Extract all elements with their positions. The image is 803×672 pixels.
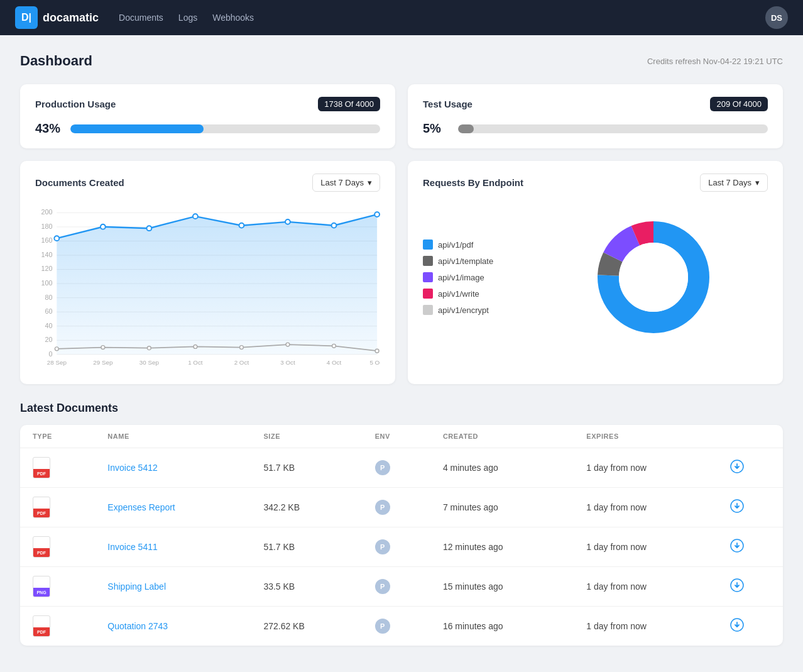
doc-link[interactable]: Quotation 2743: [107, 621, 168, 631]
col-created: CREATED: [430, 425, 574, 448]
cell-expires: 1 day from now: [574, 448, 717, 488]
test-usage-header: Test Usage 209 Of 4000: [423, 97, 768, 111]
cell-action: [718, 448, 783, 488]
documents-created-header: Documents Created Last 7 Days ▾: [35, 174, 380, 192]
cell-name: Invoice 5411: [95, 527, 251, 567]
cell-expires: 1 day from now: [574, 567, 717, 607]
svg-text:29 Sep: 29 Sep: [93, 360, 113, 366]
main-content: Dashboard Credits refresh Nov-04-22 19:2…: [0, 35, 803, 663]
credits-refresh: Credits refresh Nov-04-22 19:21 UTC: [647, 57, 783, 66]
requests-endpoint-dropdown-label: Last 7 Days: [708, 178, 751, 187]
cell-created: 7 minutes ago: [430, 488, 574, 527]
legend-color-image: [423, 272, 433, 282]
legend-item-template: api/v1/template: [423, 256, 523, 266]
env-badge: P: [375, 579, 390, 594]
col-name: NAME: [95, 425, 251, 448]
doc-link[interactable]: Invoice 5411: [107, 542, 157, 552]
svg-text:5 Oct: 5 Oct: [369, 360, 380, 366]
production-usage-pct: 43%: [35, 121, 63, 136]
nav-webhooks[interactable]: Webhooks: [212, 10, 254, 25]
page-header: Dashboard Credits refresh Nov-04-22 19:2…: [20, 53, 783, 69]
download-icon: [730, 578, 744, 592]
production-usage-badge: 1738 Of 4000: [318, 97, 380, 111]
col-actions: [718, 425, 783, 448]
svg-text:30 Sep: 30 Sep: [139, 360, 160, 366]
test-usage-badge: 209 Of 4000: [710, 97, 768, 111]
doc-link[interactable]: Expenses Report: [107, 502, 175, 512]
cell-name: Shipping Label: [95, 567, 251, 607]
donut-area: api/v1/pdf api/v1/template api/v1/image …: [423, 202, 768, 353]
svg-text:40: 40: [45, 322, 52, 329]
test-usage-row: 5%: [423, 121, 768, 136]
svg-text:0: 0: [48, 350, 52, 358]
cell-size: 342.2 KB: [251, 488, 362, 527]
legend-item-pdf: api/v1/pdf: [423, 240, 523, 250]
line-chart-svg: 200 180 160 140 120 100 80 60 40 20 0: [35, 202, 380, 372]
legend-item-write: api/v1/write: [423, 289, 523, 299]
production-usage-title: Production Usage: [35, 99, 116, 109]
svg-text:3 Oct: 3 Oct: [280, 360, 295, 366]
svg-marker-22: [57, 214, 377, 355]
download-button[interactable]: [730, 539, 744, 556]
production-usage-card: Production Usage 1738 Of 4000 43%: [20, 84, 395, 148]
table-body: PDFInvoice 541251.7 KBP4 minutes ago1 da…: [20, 448, 783, 646]
col-env: ENV: [363, 425, 430, 448]
nav-documents[interactable]: Documents: [119, 10, 163, 25]
download-icon: [730, 460, 744, 473]
download-icon: [730, 618, 744, 632]
cell-size: 272.62 KB: [251, 607, 362, 646]
legend-label-image: api/v1/image: [438, 273, 484, 282]
chart-row: Documents Created Last 7 Days ▾ 200 180 …: [20, 161, 783, 384]
svg-text:200: 200: [41, 208, 52, 216]
legend-color-pdf: [423, 240, 433, 250]
svg-text:140: 140: [41, 251, 52, 258]
latest-documents-title: Latest Documents: [20, 402, 783, 415]
env-badge: P: [375, 460, 390, 475]
production-progress-bar: [70, 124, 380, 133]
documents-table: TYPE NAME SIZE ENV CREATED EXPIRES PDFIn…: [20, 425, 783, 646]
doc-link[interactable]: Shipping Label: [107, 581, 166, 592]
chevron-down-icon-2: ▾: [755, 178, 760, 187]
download-button[interactable]: [730, 499, 744, 516]
navbar: D| docamatic Documents Logs Webhooks DS: [0, 0, 803, 35]
legend-color-encrypt: [423, 305, 433, 315]
documents-created-card: Documents Created Last 7 Days ▾ 200 180 …: [20, 161, 395, 384]
svg-point-26: [193, 214, 198, 219]
documents-table-card: TYPE NAME SIZE ENV CREATED EXPIRES PDFIn…: [20, 425, 783, 646]
table-row: PDFQuotation 2743272.62 KBP16 minutes ag…: [20, 607, 783, 646]
legend-label-write: api/v1/write: [438, 289, 479, 299]
download-button[interactable]: [730, 578, 744, 595]
user-avatar[interactable]: DS: [765, 6, 788, 29]
production-usage-row: 43%: [35, 121, 380, 136]
documents-created-dropdown-label: Last 7 Days: [320, 178, 364, 187]
documents-created-dropdown[interactable]: Last 7 Days ▾: [312, 174, 380, 192]
cell-created: 12 minutes ago: [430, 527, 574, 567]
col-size: SIZE: [251, 425, 362, 448]
requests-endpoint-dropdown[interactable]: Last 7 Days ▾: [700, 174, 768, 192]
donut-chart-svg: [584, 208, 723, 346]
requests-endpoint-title: Requests By Endpoint: [423, 177, 523, 188]
legend-label-template: api/v1/template: [438, 256, 493, 266]
pdf-icon: PDF: [33, 615, 50, 637]
pdf-icon: PDF: [33, 457, 50, 478]
test-progress-bar: [458, 124, 768, 133]
logo-link[interactable]: D| docamatic: [15, 6, 99, 29]
cell-env: P: [363, 527, 430, 567]
cell-action: [718, 488, 783, 527]
doc-link[interactable]: Invoice 5412: [107, 463, 157, 473]
nav-logs[interactable]: Logs: [178, 10, 197, 25]
cell-size: 33.5 KB: [251, 567, 362, 607]
latest-documents-section: Latest Documents TYPE NAME SIZE ENV CREA…: [20, 402, 783, 646]
cell-expires: 1 day from now: [574, 488, 717, 527]
donut-chart-wrap: [538, 208, 768, 346]
download-button[interactable]: [730, 618, 744, 635]
svg-point-27: [239, 223, 244, 228]
legend-item-encrypt: api/v1/encrypt: [423, 305, 523, 315]
chevron-down-icon: ▾: [368, 178, 372, 187]
cell-created: 4 minutes ago: [430, 448, 574, 488]
download-button[interactable]: [730, 460, 744, 476]
svg-text:180: 180: [41, 223, 52, 230]
col-expires: EXPIRES: [574, 425, 717, 448]
cell-type: PDF: [20, 607, 95, 646]
logo-icon: D|: [15, 6, 38, 29]
